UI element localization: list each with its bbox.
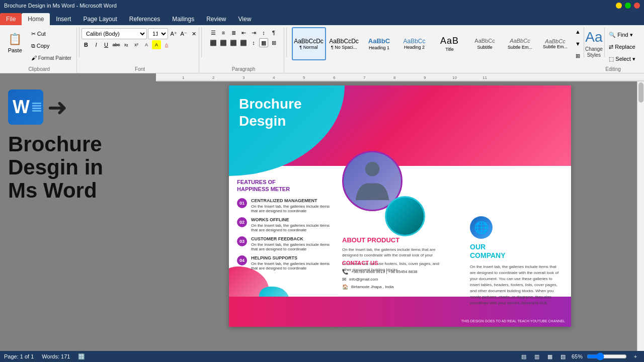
change-styles-label: ChangeStyles xyxy=(585,46,603,58)
clear-format-button[interactable]: ✕ xyxy=(189,29,198,38)
multilevel-list-button[interactable]: ≣ xyxy=(229,28,238,37)
align-left-button[interactable]: ⬛ xyxy=(209,38,218,47)
replace-icon: ⇄ xyxy=(609,44,613,50)
shrink-font-button[interactable]: A⁻ xyxy=(179,29,188,38)
font-color-button[interactable]: A xyxy=(162,40,171,49)
tab-review[interactable]: Review xyxy=(200,13,232,25)
find-button[interactable]: 🔍 Find ▾ xyxy=(605,29,639,40)
justify-button[interactable]: ⬛ xyxy=(239,38,248,47)
text-effect-button[interactable]: A xyxy=(142,40,151,49)
align-center-button[interactable]: ⬛ xyxy=(219,38,228,47)
font-size-selector[interactable]: 11 xyxy=(148,28,168,39)
line-spacing-button[interactable]: ↕ xyxy=(249,38,258,47)
font-selector-row: Calibri (Body) 11 A⁺ A⁻ ✕ xyxy=(82,28,198,39)
align-right-button[interactable]: ⬛ xyxy=(229,38,238,47)
tab-view[interactable]: View xyxy=(232,13,258,25)
phone-icon: 📞 xyxy=(342,269,348,275)
feature-item-2: 02 WORKS OFFLINE On the Insert tab, the … xyxy=(237,217,335,232)
replace-button[interactable]: ⇄ Replace xyxy=(605,41,639,52)
feature-text-4: HELPING SUPPORTS On the Insert tab, the … xyxy=(251,255,335,270)
bold-button[interactable]: B xyxy=(82,40,91,49)
title-style-item[interactable]: AaB Title xyxy=(433,27,467,60)
normal-style-item[interactable]: AaBbCcDc ¶ Normal xyxy=(292,27,326,60)
location-icon: 🏠 xyxy=(342,284,348,290)
view-full-button[interactable]: ▥ xyxy=(532,352,541,361)
title-style-sample: AaB xyxy=(440,36,459,47)
about-title: ABOUT PRODUCT xyxy=(342,236,443,244)
zoom-in-button[interactable]: + xyxy=(631,352,640,361)
vertical-scrollbar[interactable] xyxy=(637,81,644,351)
sort-button[interactable]: ↕ xyxy=(259,28,268,37)
borders-button[interactable]: ⊞ xyxy=(269,38,278,47)
numbered-list-button[interactable]: ≡ xyxy=(219,28,228,37)
cut-button[interactable]: ✂ Cut xyxy=(28,28,75,39)
tab-file[interactable]: File xyxy=(0,13,22,25)
more-styles-sample: AaBbCc xyxy=(545,38,565,44)
clipboard-sub: ✂ Cut ⧉ Copy 🖌 Format Painter xyxy=(28,28,75,63)
editing-label: Editing xyxy=(605,65,639,72)
shading-button[interactable]: ▩ xyxy=(259,38,268,47)
status-right: ▤ ▥ ▦ ▧ 65% + xyxy=(519,352,640,361)
word-letter: W xyxy=(13,97,30,118)
feature-num-1: 01 xyxy=(237,198,247,208)
svg-text:3: 3 xyxy=(243,75,245,80)
tab-page-layout[interactable]: Page Layout xyxy=(77,13,123,25)
view-web-button[interactable]: ▦ xyxy=(545,352,554,361)
format-row: B I U abc x₂ x² A A A xyxy=(82,40,171,49)
document-area[interactable]: Brochure Desgin xyxy=(156,81,644,351)
clipboard-group-content: 📋 Paste ✂ Cut ⧉ Copy xyxy=(4,27,75,65)
grow-font-button[interactable]: A⁺ xyxy=(169,29,178,38)
language-info: 🔡 xyxy=(78,353,85,360)
strikethrough-button[interactable]: abc xyxy=(112,40,121,49)
copy-button[interactable]: ⧉ Copy xyxy=(28,40,75,51)
circle-small xyxy=(385,196,425,236)
more-styles-item[interactable]: AaBbCc Subtle Em... xyxy=(538,27,573,60)
font-name-selector[interactable]: Calibri (Body) xyxy=(82,28,147,39)
view-outline-button[interactable]: ▧ xyxy=(558,352,568,361)
scrollbar-thumb[interactable] xyxy=(638,82,643,103)
bullets-button[interactable]: ☰ xyxy=(209,28,218,37)
tab-home[interactable]: Home xyxy=(22,13,50,25)
styles-expand-button[interactable]: ⊞ xyxy=(574,51,583,60)
subscript-button[interactable]: x₂ xyxy=(122,40,131,49)
company-text: On the Insert tab, the galleries include… xyxy=(470,264,563,306)
no-spacing-style-item[interactable]: AaBbCcDc ¶ No Spaci... xyxy=(327,27,361,60)
increase-indent-button[interactable]: ⇥ xyxy=(249,28,258,37)
show-formatting-button[interactable]: ¶ xyxy=(269,28,278,37)
decrease-indent-button[interactable]: ⇤ xyxy=(239,28,248,37)
minimize-button[interactable] xyxy=(616,3,622,9)
subtitle-style-item[interactable]: AaBbCc Subtitle xyxy=(468,27,502,60)
styles-down-button[interactable]: ▼ xyxy=(574,39,583,48)
tab-references[interactable]: References xyxy=(123,13,166,25)
maximize-button[interactable] xyxy=(625,3,631,9)
paste-button[interactable]: 📋 Paste xyxy=(4,30,27,61)
footer-text: THIS DESIGN GOES TO AD REAL TEACH YOUTUB… xyxy=(461,319,565,323)
doc-line-2 xyxy=(32,105,41,107)
format-painter-button[interactable]: 🖌 Format Painter xyxy=(28,52,75,63)
svg-text:10: 10 xyxy=(452,75,457,80)
highlight-button[interactable]: A xyxy=(152,40,161,49)
italic-button[interactable]: I xyxy=(92,40,101,49)
zoom-level: 65% xyxy=(572,353,583,359)
select-button[interactable]: ⬚ Select ▾ xyxy=(605,53,639,64)
page-info: Page: 1 of 1 xyxy=(4,353,34,359)
heading2-style-item[interactable]: AaBbCc Heading 2 xyxy=(397,27,432,60)
format-painter-icon: 🖌 xyxy=(31,55,37,61)
change-styles-button[interactable]: Aa ChangeStyles xyxy=(585,27,603,60)
features-section: FEATURES OFHAPPINESS METER 01 CENTRALIZE… xyxy=(237,178,335,275)
superscript-button[interactable]: x² xyxy=(132,40,141,49)
subtle-emphasis-style-label: Subtle Em... xyxy=(508,45,532,50)
subtle-emphasis-style-item[interactable]: AaBbCc Subtle Em... xyxy=(503,27,537,60)
zoom-slider[interactable] xyxy=(587,352,627,360)
tab-insert[interactable]: Insert xyxy=(50,13,77,25)
tab-mailings[interactable]: Mailings xyxy=(166,13,200,25)
styles-up-button[interactable]: ▲ xyxy=(574,27,583,36)
styles-scroll: ▲ ▼ ⊞ xyxy=(574,27,583,60)
paragraph-group: ☰ ≡ ≣ ⇤ ⇥ ↕ ¶ ⬛ ⬛ ⬛ ⬛ ↕ ▩ xyxy=(204,27,284,73)
underline-button[interactable]: U xyxy=(102,40,111,49)
subtitle-style-sample: AaBbCc xyxy=(474,38,495,44)
close-button[interactable] xyxy=(634,3,640,9)
font-group-content: Calibri (Body) 11 A⁺ A⁻ ✕ B I U abc xyxy=(82,27,198,65)
view-print-button[interactable]: ▤ xyxy=(519,352,528,361)
heading1-style-item[interactable]: AaBbC Heading 1 xyxy=(362,27,396,60)
